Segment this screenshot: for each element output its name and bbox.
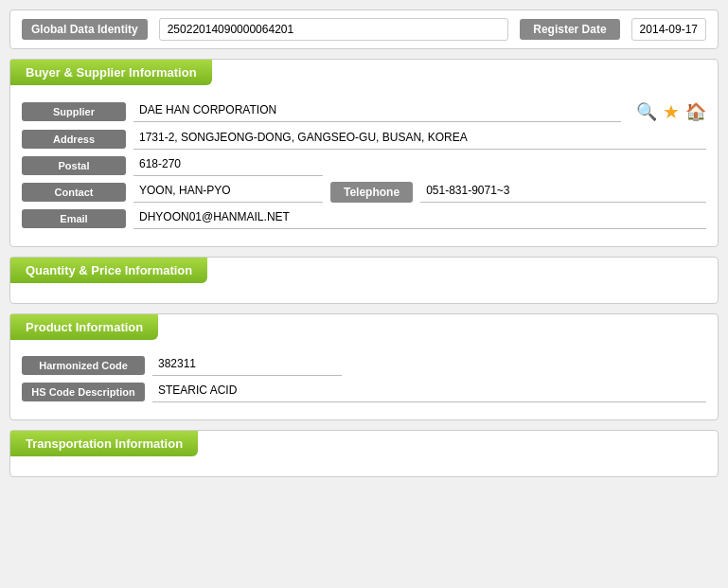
- product-header: Product Information: [10, 314, 158, 340]
- email-label: Email: [22, 209, 126, 228]
- postal-value: 618-270: [133, 155, 323, 176]
- harmonized-code-label: Harmonized Code: [22, 356, 145, 375]
- product-section: Product Information Harmonized Code 3823…: [9, 313, 719, 420]
- buyer-supplier-section: Buyer & Supplier Information Supplier DA…: [9, 59, 719, 247]
- register-date-button[interactable]: Register Date: [520, 19, 619, 40]
- email-value: DHYOON01@HANMAIL.NET: [133, 208, 706, 229]
- email-row: Email DHYOON01@HANMAIL.NET: [22, 208, 706, 229]
- hs-code-desc-row: HS Code Description STEARIC ACID: [22, 382, 706, 402]
- address-label: Address: [22, 130, 126, 149]
- register-date-value: 2014-09-17: [631, 18, 706, 41]
- global-data-identity-label: Global Data Identity: [22, 19, 148, 40]
- supplier-icons: 🔍 ★ 🏠: [636, 100, 706, 123]
- quantity-price-header: Quantity & Price Information: [10, 258, 207, 283]
- harmonized-code-value: 382311: [152, 355, 342, 376]
- search-icon[interactable]: 🔍: [636, 101, 657, 122]
- telephone-value: 051-831-9071~3: [420, 182, 706, 203]
- address-value: 1731-2, SONGJEONG-DONG, GANGSEO-GU, BUSA…: [133, 129, 706, 150]
- page-wrapper: Global Data Identity 2502201409000006420…: [9, 9, 719, 477]
- contact-label: Contact: [22, 183, 126, 202]
- contact-value: YOON, HAN-PYO: [133, 182, 323, 203]
- telephone-button[interactable]: Telephone: [330, 182, 413, 203]
- identity-bar: Global Data Identity 2502201409000006420…: [9, 9, 719, 49]
- harmonized-code-row: Harmonized Code 382311: [22, 355, 706, 376]
- address-row: Address 1731-2, SONGJEONG-DONG, GANGSEO-…: [22, 129, 706, 150]
- contact-row: Contact YOON, HAN-PYO Telephone 051-831-…: [22, 182, 706, 203]
- buyer-supplier-header: Buyer & Supplier Information: [10, 60, 212, 85]
- postal-row: Postal 618-270: [22, 155, 706, 176]
- transportation-section: Transportation Information: [9, 430, 719, 477]
- global-data-identity-value: 25022014090000064201: [159, 18, 509, 41]
- home-icon[interactable]: 🏠: [685, 101, 706, 122]
- transportation-header: Transportation Information: [10, 431, 198, 456]
- star-icon[interactable]: ★: [663, 100, 680, 123]
- hs-code-desc-label: HS Code Description: [22, 383, 145, 401]
- supplier-label: Supplier: [22, 102, 126, 121]
- quantity-price-section: Quantity & Price Information: [9, 257, 719, 304]
- supplier-row: Supplier DAE HAN CORPORATION 🔍 ★ 🏠: [22, 100, 706, 123]
- postal-label: Postal: [22, 156, 126, 175]
- hs-code-desc-value: STEARIC ACID: [152, 382, 706, 402]
- supplier-value: DAE HAN CORPORATION: [133, 101, 621, 122]
